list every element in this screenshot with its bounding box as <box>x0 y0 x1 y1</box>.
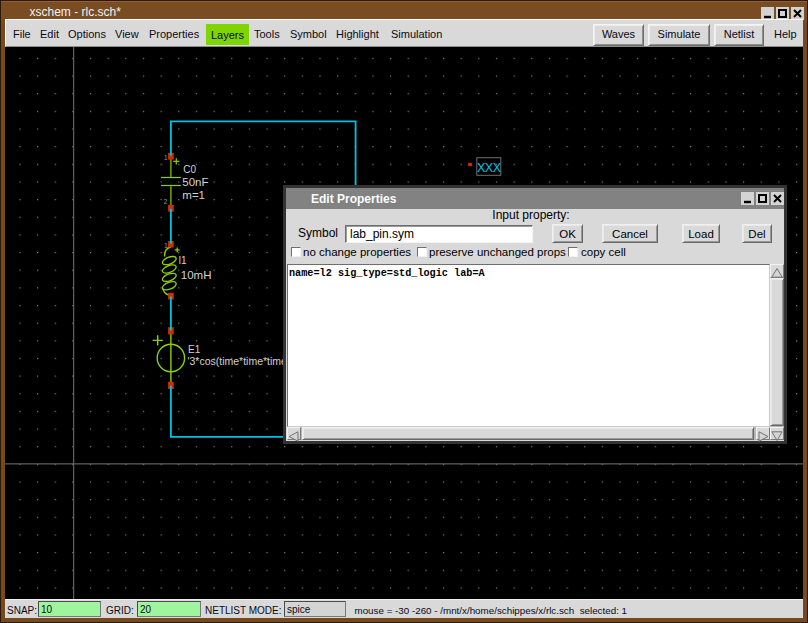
svg-text:E1: E1 <box>188 344 201 355</box>
svg-text:2: 2 <box>164 198 168 205</box>
svg-text:1: 1 <box>164 242 168 249</box>
svg-text:50nF: 50nF <box>182 176 208 188</box>
svg-text:C0: C0 <box>183 164 196 175</box>
svg-text:m=1: m=1 <box>182 189 205 201</box>
svg-text:1: 1 <box>164 154 168 161</box>
svg-text:XXX: XXX <box>477 161 502 175</box>
svg-text:10mH: 10mH <box>181 269 212 281</box>
svg-text:'3*cos(time*time*time*: '3*cos(time*time*time* <box>188 355 292 367</box>
svg-text:l1: l1 <box>179 255 187 266</box>
